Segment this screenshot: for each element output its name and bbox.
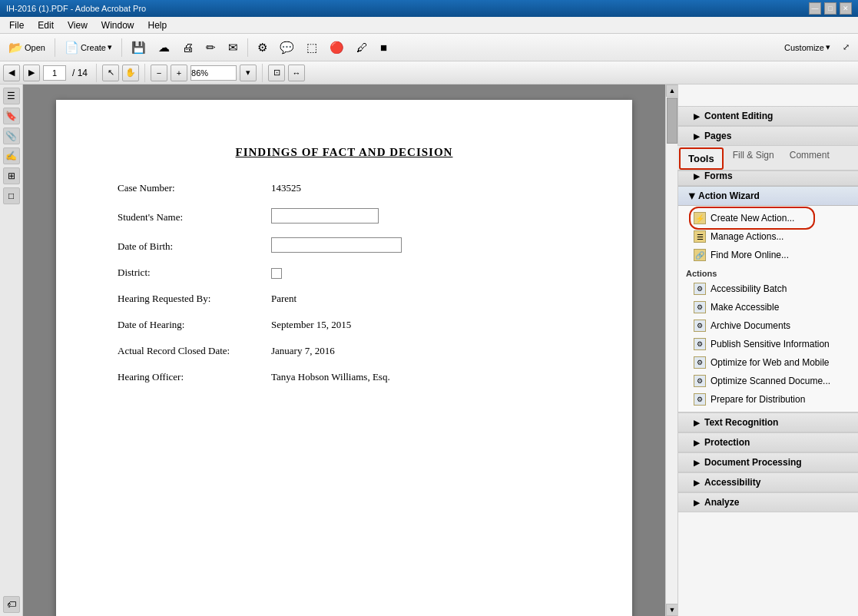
find-more-label: Find More Online... <box>711 250 789 260</box>
titlebar: IH-2016 (1).PDF - Adobe Acrobat Pro — □ … <box>0 0 858 17</box>
zoom-out-button[interactable]: − <box>151 65 167 81</box>
select-tool-button[interactable]: ↖ <box>102 65 119 81</box>
menu-file[interactable]: File <box>3 18 30 32</box>
menu-help[interactable]: Help <box>142 18 174 32</box>
menu-window[interactable]: Window <box>95 18 141 32</box>
navbr: ◀ ▶ / 14 ↖ ✋ − + ▾ ⊡ ↔ <box>0 61 858 84</box>
forms-arrow-icon: ▶ <box>694 172 700 180</box>
zoom-dropdown-button[interactable]: ▾ <box>240 65 257 81</box>
text-recognition-label: Text Recognition <box>704 417 778 428</box>
find-more-icon: 🔗 <box>694 249 706 261</box>
redact-button[interactable]: ■ <box>375 37 393 58</box>
action-item-6[interactable]: ⚙ Prepare for Distribution <box>678 390 858 409</box>
tab-comment[interactable]: Comment <box>782 146 837 170</box>
district-input[interactable] <box>271 267 571 279</box>
student-name-box[interactable] <box>271 208 379 224</box>
scroll-track[interactable] <box>666 97 677 604</box>
section-content-editing-header[interactable]: ▶ Content Editing <box>678 106 858 125</box>
sidebar-sign-icon[interactable]: ✍ <box>3 147 20 164</box>
action-item-2[interactable]: ⚙ Archive Documents <box>678 316 858 335</box>
case-number-label: Case Number: <box>118 182 271 194</box>
scroll-down-button[interactable]: ▼ <box>666 604 678 616</box>
menubar: File Edit View Window Help <box>0 17 858 34</box>
nav-forward-button[interactable]: ▶ <box>23 65 40 81</box>
sidebar-attach-icon[interactable]: 📎 <box>3 128 20 144</box>
dob-input[interactable] <box>271 237 571 253</box>
sidebar-tag-icon[interactable]: 🏷 <box>3 596 20 613</box>
create-new-action-label: Create New Action... <box>711 213 794 224</box>
action-item-5[interactable]: ⚙ Optimize Scanned Docume... <box>678 372 858 390</box>
stamp-button[interactable]: ⬚ <box>301 37 323 58</box>
zoom-input[interactable] <box>190 65 237 81</box>
create-button[interactable]: 📄 Create ▾ <box>59 37 118 58</box>
sidebar-box-icon[interactable]: □ <box>3 187 20 204</box>
action-item-3[interactable]: ⚙ Publish Sensitive Information <box>678 335 858 353</box>
save-button[interactable]: 💾 <box>126 37 151 58</box>
sidebar-layers-icon[interactable]: ⊞ <box>3 167 20 184</box>
document-processing-label: Document Processing <box>704 457 802 468</box>
expand-button[interactable]: ⤢ <box>837 37 855 58</box>
fit-page-button[interactable]: ⊡ <box>268 65 285 81</box>
sign-icon: 🖊 <box>356 41 368 54</box>
tab-fill-sign[interactable]: Fill & Sign <box>725 146 782 170</box>
highlight-button[interactable]: 🔴 <box>324 37 349 58</box>
scroll-thumb[interactable] <box>667 98 677 144</box>
cloud-save-button[interactable]: ☁ <box>153 37 175 58</box>
menu-view[interactable]: View <box>61 18 94 32</box>
field-hearing-requested: Hearing Requested By: Parent <box>118 293 571 305</box>
email-button[interactable]: ✉ <box>223 37 243 58</box>
create-icon: 📄 <box>65 41 79 55</box>
dob-label: Date of Birth: <box>118 240 271 253</box>
minimize-button[interactable]: — <box>809 2 821 15</box>
fit-width-button[interactable]: ↔ <box>288 65 305 81</box>
edit-button[interactable]: ✏ <box>200 37 221 58</box>
content-editing-label: Content Editing <box>704 111 773 121</box>
close-button[interactable]: ✕ <box>840 2 852 15</box>
section-analyze-header[interactable]: ▶ Analyze <box>678 492 858 512</box>
section-protection: ▶ Protection <box>678 432 858 452</box>
section-action-wizard-header[interactable]: ▶ Action Wizard <box>678 186 858 206</box>
field-hearing-officer: Hearing Officer: Tanya Hobson Williams, … <box>118 371 571 383</box>
print-button[interactable]: 🖨 <box>177 37 199 58</box>
folder-icon: 📂 <box>8 41 23 55</box>
document-paper: FINDINGS OF FACT AND DECISION Case Numbe… <box>56 100 632 616</box>
action-item-1[interactable]: ⚙ Make Accessible <box>678 298 858 316</box>
action-item-0[interactable]: ⚙ Accessibility Batch <box>678 280 858 298</box>
analyze-label: Analyze <box>704 497 739 508</box>
menu-edit[interactable]: Edit <box>31 18 60 32</box>
customize-button[interactable]: Customize ▾ <box>779 37 836 58</box>
sign-button[interactable]: 🖊 <box>351 37 373 58</box>
action-5-label: Optimize Scanned Docume... <box>711 376 830 386</box>
action-2-label: Archive Documents <box>711 320 790 331</box>
district-checkbox[interactable] <box>271 268 282 279</box>
action-item-4[interactable]: ⚙ Optimize for Web and Mobile <box>678 353 858 372</box>
properties-button[interactable]: ⚙ <box>252 37 273 58</box>
maximize-button[interactable]: □ <box>824 2 836 15</box>
titlebar-controls: — □ ✕ <box>809 2 852 15</box>
comment-button[interactable]: 💬 <box>274 37 300 58</box>
protection-label: Protection <box>704 437 750 448</box>
section-protection-header[interactable]: ▶ Protection <box>678 432 858 452</box>
action-6-label: Prepare for Distribution <box>711 394 805 405</box>
student-name-input[interactable] <box>271 208 571 224</box>
nav-back-button[interactable]: ◀ <box>3 65 20 81</box>
cloud-icon: ☁ <box>158 41 170 55</box>
zoom-in-button[interactable]: + <box>171 65 187 81</box>
sidebar-pages-icon[interactable]: ☰ <box>3 88 20 104</box>
section-accessibility-header[interactable]: ▶ Accessibility <box>678 472 858 492</box>
page-number-input[interactable] <box>43 65 66 81</box>
hand-tool-button[interactable]: ✋ <box>122 65 139 81</box>
sidebar-bookmark-icon[interactable]: 🔖 <box>3 108 20 124</box>
section-document-processing-header[interactable]: ▶ Document Processing <box>678 452 858 472</box>
manage-actions-button[interactable]: ☰ Manage Actions... <box>678 227 858 246</box>
section-text-recognition-header[interactable]: ▶ Text Recognition <box>678 412 858 432</box>
dob-box[interactable] <box>271 237 402 253</box>
tab-tools[interactable]: Tools <box>679 147 724 170</box>
action-3-icon: ⚙ <box>694 338 706 350</box>
section-pages-header[interactable]: ▶ Pages <box>678 126 858 145</box>
find-more-online-button[interactable]: 🔗 Find More Online... <box>678 246 858 264</box>
open-button[interactable]: 📂 Open <box>3 37 51 58</box>
create-new-action-button[interactable]: ⚡ Create New Action... <box>678 209 858 227</box>
scroll-up-button[interactable]: ▲ <box>666 84 678 97</box>
hearing-officer-value: Tanya Hobson Williams, Esq. <box>271 371 571 383</box>
